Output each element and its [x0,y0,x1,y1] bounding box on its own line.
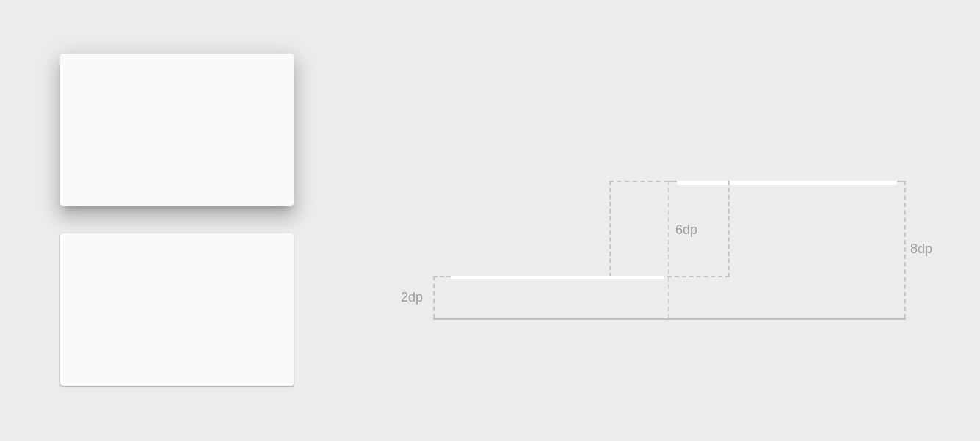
card-flat-example [60,233,294,386]
dashed-guideline [904,181,906,318]
surface-top-2dp [451,276,664,279]
baseline-0dp [433,318,906,320]
elevation-label-2dp: 2dp [401,291,423,304]
card-raised-example [60,54,294,206]
elevation-step-6dp [609,181,730,277]
dashed-guideline [728,181,730,277]
elevation-label-6dp: 6dp [675,223,697,236]
dashed-guideline [609,181,611,277]
dashed-guideline [897,181,906,182]
elevation-diagram [433,181,906,320]
dashed-guideline [433,276,435,318]
dashed-guideline [609,181,668,182]
dashed-guideline [433,276,451,277]
elevation-label-8dp: 8dp [910,242,932,255]
elevation-step-2dp [433,276,668,318]
